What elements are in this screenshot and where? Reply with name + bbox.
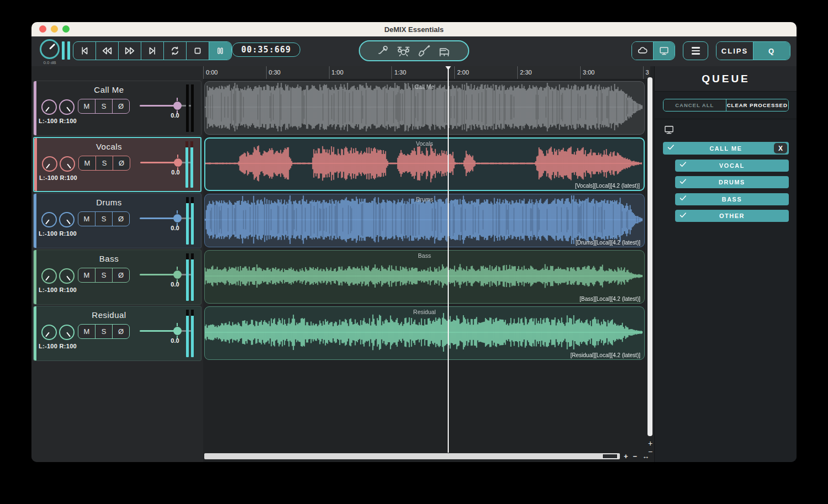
solo-button[interactable]: S (95, 325, 113, 338)
pan-right-knob[interactable] (60, 156, 75, 172)
pan-left-knob[interactable] (41, 325, 57, 340)
horizontal-scrollbar[interactable] (204, 453, 620, 459)
pan-right-knob[interactable] (59, 325, 75, 340)
guitar-icon (417, 44, 431, 58)
playhead[interactable] (448, 66, 449, 453)
mute-button[interactable]: M (79, 156, 96, 170)
volume-slider-thumb[interactable] (173, 270, 182, 279)
pan-right-knob[interactable] (59, 99, 75, 115)
track-buttons: M S Ø (78, 156, 130, 171)
mute-button[interactable]: M (78, 325, 95, 338)
clip-drums[interactable]: Drums [Drums][Local][4.2 (latest)] (204, 194, 645, 247)
volume-slider[interactable] (140, 274, 193, 275)
solo-button[interactable]: S (95, 268, 113, 282)
pan-right-knob[interactable] (59, 268, 75, 284)
skip-end-button[interactable] (141, 42, 164, 60)
solo-button[interactable]: S (96, 156, 113, 170)
screen: DeMIX Essentials 0.0 dB (0, 0, 828, 504)
close-window-button[interactable] (39, 25, 46, 33)
volume-slider[interactable] (140, 105, 193, 107)
app-window: DeMIX Essentials 0.0 dB (31, 22, 797, 462)
clear-processed-button[interactable]: CLEAR PROCESSED (726, 99, 789, 111)
skip-start-button[interactable] (73, 42, 96, 60)
rewind-button[interactable] (96, 42, 119, 60)
zoom-out-button[interactable]: − (633, 453, 638, 460)
zoom-fit-button[interactable]: ↔ (642, 453, 649, 460)
time-display[interactable]: 00:35:669 (232, 43, 300, 57)
fast-forward-icon (123, 45, 136, 57)
track-header-call-me[interactable]: Call Me M S Ø L:-100 R:100 0.0 (33, 81, 201, 136)
pan-range-label: L:-100 R:100 (39, 230, 77, 237)
mute-button[interactable]: M (78, 268, 95, 282)
phase-button[interactable]: Ø (113, 212, 129, 226)
stop-button[interactable] (187, 42, 209, 60)
toolbar: 0.0 dB (31, 36, 797, 67)
cloud-icon (636, 45, 649, 57)
cloud-button[interactable] (632, 42, 653, 60)
pan-left-knob[interactable] (42, 156, 57, 172)
local-button[interactable] (653, 42, 675, 60)
volume-slider-thumb[interactable] (173, 214, 182, 222)
master-gain-knob[interactable] (40, 39, 60, 59)
pan-left-knob[interactable] (41, 268, 57, 284)
menu-button[interactable] (683, 41, 708, 60)
phase-button[interactable]: Ø (113, 325, 129, 338)
level-meters (186, 197, 194, 245)
mute-button[interactable]: M (78, 212, 95, 226)
minimize-window-button[interactable] (51, 25, 58, 33)
clip-title: Call Me (205, 83, 644, 90)
clip-version-label: [Vocals][Local][4.2 (latest)] (575, 183, 640, 189)
queue-stem-bass[interactable]: BASS (675, 193, 789, 205)
pan-right-knob[interactable] (59, 212, 75, 227)
pause-button[interactable] (209, 42, 231, 60)
timeline-ruler[interactable]: 0:00 0:30 1:00 1:30 2:00 2:30 3:00 3 (203, 66, 650, 79)
volume-slider-thumb[interactable] (173, 102, 182, 110)
volume-slider[interactable] (140, 217, 193, 219)
vertical-scrollbar[interactable] (647, 77, 652, 436)
clip-bass[interactable]: Bass [Bass][Local][4.2 (latest)] (204, 250, 645, 304)
queue-actions: CANCEL ALL CLEAR PROCESSED (663, 99, 789, 112)
drums-icon (396, 44, 411, 58)
loop-button[interactable] (164, 42, 187, 60)
horizontal-zoom-controls: + − ↔ (624, 453, 649, 460)
queue-tab[interactable]: Q (753, 42, 790, 60)
stem-label: DRUMS (675, 179, 789, 185)
phase-button[interactable]: Ø (113, 156, 130, 170)
remove-job-button[interactable]: X (774, 143, 787, 153)
queue-job-call-me[interactable]: CALL ME X (663, 142, 789, 155)
cancel-all-button[interactable]: CANCEL ALL (664, 99, 726, 111)
solo-button[interactable]: S (95, 99, 113, 113)
job-name: CALL ME (663, 145, 789, 152)
pan-left-knob[interactable] (41, 99, 57, 115)
solo-button[interactable]: S (95, 212, 113, 226)
queue-stem-other[interactable]: OTHER (675, 210, 789, 222)
vertical-zoom-in-button[interactable]: + (646, 439, 654, 448)
track-name: Bass (34, 254, 184, 263)
track-header-drums[interactable]: Drums M S Ø L:-100 R:100 0.0 (33, 193, 201, 248)
pan-left-knob[interactable] (41, 212, 57, 227)
rewind-icon (100, 45, 114, 57)
phase-button[interactable]: Ø (113, 268, 129, 282)
maximize-window-button[interactable] (62, 25, 70, 33)
title-bar: DeMIX Essentials (31, 22, 797, 37)
volume-slider-thumb[interactable] (173, 327, 182, 335)
instrument-selector[interactable] (359, 40, 469, 61)
queue-stem-vocal[interactable]: VOCAL (675, 160, 789, 172)
queue-stem-drums[interactable]: DRUMS (675, 176, 789, 188)
clip-call-me[interactable]: Call Me (204, 81, 645, 135)
zoom-in-button[interactable]: + (624, 453, 628, 460)
track-header-bass[interactable]: Bass M S Ø L:-100 R:100 0.0 (33, 250, 201, 305)
track-header-residual[interactable]: Residual M S Ø L:-100 R:100 0.0 (33, 306, 201, 361)
clips-tab[interactable]: CLIPS (716, 42, 753, 60)
mute-button[interactable]: M (78, 99, 95, 113)
phase-button[interactable]: Ø (113, 99, 129, 113)
clip-residual[interactable]: Residual [Residual][Local][4.2 (latest)] (204, 306, 645, 360)
ruler-tick: 0:30 (266, 66, 280, 79)
volume-slider-thumb[interactable] (174, 158, 182, 167)
track-header-vocals[interactable]: Vocals M S Ø L:-100 R:100 0.0 (33, 137, 201, 192)
clip-title: Drums (205, 196, 644, 203)
volume-slider[interactable] (140, 330, 193, 332)
clip-vocals[interactable]: Vocals [Vocals][Local][4.2 (latest)] (204, 137, 645, 191)
fast-forward-button[interactable] (119, 42, 141, 60)
local-job-icon (664, 124, 797, 137)
